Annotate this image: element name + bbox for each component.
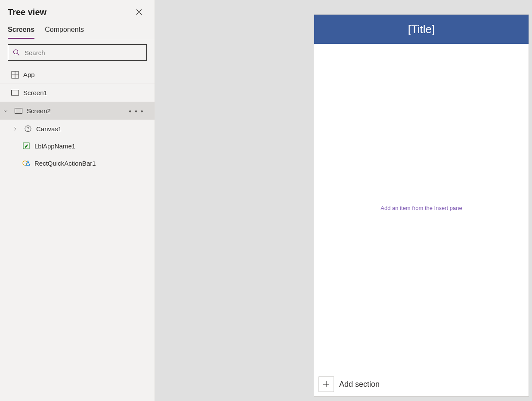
tree-item-screen1[interactable]: Screen1 bbox=[0, 84, 155, 102]
search-container bbox=[0, 39, 155, 66]
tree-item-label: LblAppName1 bbox=[34, 142, 75, 150]
tree-item-label: Canvas1 bbox=[36, 125, 62, 133]
app-title-bar: [Title] bbox=[314, 15, 529, 44]
add-section-button[interactable] bbox=[319, 376, 334, 392]
svg-line-1 bbox=[18, 54, 19, 56]
plus-icon bbox=[322, 380, 330, 388]
tree-item-screen2[interactable]: Screen2 ● ● ● bbox=[0, 102, 155, 120]
svg-rect-5 bbox=[12, 90, 19, 95]
shape-icon bbox=[22, 159, 30, 167]
chevron-down-icon[interactable] bbox=[3, 108, 9, 114]
close-icon bbox=[136, 9, 142, 15]
more-options-icon[interactable]: ● ● ● bbox=[129, 108, 149, 114]
tree-item-label: RectQuickActionBar1 bbox=[34, 160, 96, 167]
device-body[interactable]: Add an item from the Insert pane bbox=[314, 44, 529, 372]
canvas-workspace: [Title] Add an item from the Insert pane… bbox=[155, 0, 532, 401]
svg-point-0 bbox=[14, 50, 18, 54]
panel-tabs: Screens Components bbox=[0, 22, 155, 39]
tree-item-app[interactable]: App bbox=[0, 66, 155, 84]
search-icon bbox=[12, 49, 20, 56]
search-input[interactable] bbox=[20, 49, 142, 56]
tree-item-lblappname1[interactable]: LblAppName1 bbox=[0, 137, 155, 154]
screen-icon bbox=[11, 89, 19, 97]
tree-item-label: Screen2 bbox=[27, 107, 51, 114]
screen-icon bbox=[15, 107, 22, 115]
help-circle-icon bbox=[24, 125, 32, 133]
chevron-right-icon[interactable] bbox=[12, 126, 18, 131]
tree-list: App Screen1 Screen2 ● ● ● Ca bbox=[0, 66, 155, 401]
panel-header: Tree view bbox=[0, 0, 155, 22]
tree-item-label: Screen1 bbox=[23, 89, 47, 96]
tree-view-panel: Tree view Screens Components App bbox=[0, 0, 155, 401]
add-section-bar: Add section bbox=[314, 372, 529, 396]
svg-point-10 bbox=[23, 161, 27, 165]
tree-item-label: App bbox=[23, 71, 35, 78]
insert-hint-text: Add an item from the Insert pane bbox=[380, 205, 462, 211]
tree-item-rectquickactionbar1[interactable]: RectQuickActionBar1 bbox=[0, 154, 155, 172]
search-box[interactable] bbox=[8, 44, 147, 61]
svg-rect-6 bbox=[15, 108, 22, 113]
tree-item-canvas1[interactable]: Canvas1 bbox=[0, 120, 155, 137]
svg-point-8 bbox=[28, 130, 28, 130]
label-edit-icon bbox=[22, 142, 30, 150]
app-title-text: [Title] bbox=[408, 23, 435, 36]
tab-components[interactable]: Components bbox=[45, 22, 84, 39]
tab-screens[interactable]: Screens bbox=[8, 22, 34, 39]
panel-title: Tree view bbox=[8, 7, 46, 17]
add-section-label: Add section bbox=[339, 380, 380, 389]
app-grid-icon bbox=[11, 71, 19, 79]
close-panel-button[interactable] bbox=[132, 5, 146, 19]
device-preview[interactable]: [Title] Add an item from the Insert pane… bbox=[314, 15, 529, 396]
